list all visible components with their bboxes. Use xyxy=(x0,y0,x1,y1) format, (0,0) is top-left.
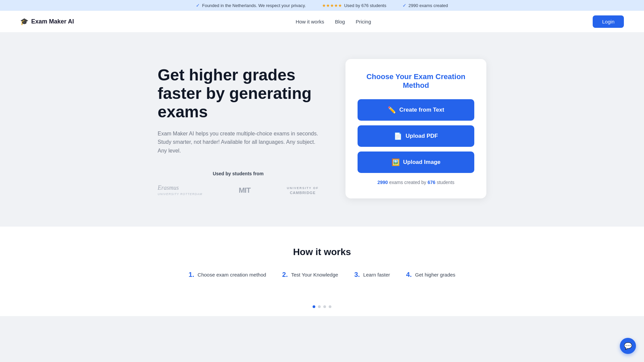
card-stats: 2990 exams created by 676 students xyxy=(358,180,474,185)
progress-dot-4 xyxy=(329,305,331,308)
pdf-icon: 📄 xyxy=(394,132,402,140)
step-2-num: 2. xyxy=(282,271,288,279)
upload-pdf-button[interactable]: 📄 Upload PDF xyxy=(358,125,474,147)
progress-dot-2 xyxy=(318,305,321,308)
upload-pdf-label: Upload PDF xyxy=(406,133,438,139)
university-logos: Erasmus UNIVERSITY ROTTERDAM MIT UNIVERS… xyxy=(158,184,319,196)
logo: 🎓 Exam Maker AI xyxy=(20,17,74,25)
check-icon-2: ✓ xyxy=(402,3,407,8)
step-3-num: 3. xyxy=(354,271,360,279)
section-title: How it works xyxy=(20,247,624,257)
logo-text: Exam Maker AI xyxy=(31,18,74,25)
nav-blog[interactable]: Blog xyxy=(335,19,345,24)
nav-how-it-works[interactable]: How it works xyxy=(296,19,324,24)
exams-count: 2990 xyxy=(377,180,388,185)
exams-created-text: 2990 exams created xyxy=(409,3,448,8)
logo-cap-icon: 🎓 xyxy=(20,17,29,25)
upload-image-button[interactable]: 🖼️ Upload Image xyxy=(358,152,474,173)
how-it-works-section: How it works 1. Choose exam creation met… xyxy=(0,227,644,305)
stats-prefix: exams created by xyxy=(389,180,427,185)
step-4: 4. Get higher grades xyxy=(406,271,455,279)
hero-title: Get higher grades faster by generating e… xyxy=(158,66,319,121)
used-by-label: Used by students from xyxy=(158,171,319,176)
used-by-text: Used by 676 students xyxy=(344,3,386,8)
founded-text: Founded in the Netherlands. We respect y… xyxy=(202,3,306,8)
progress-dot-3 xyxy=(323,305,326,308)
step-3: 3. Learn faster xyxy=(354,271,390,279)
stats-suffix: students xyxy=(437,180,454,185)
nav-links: How it works Blog Pricing xyxy=(296,19,371,24)
check-icon: ✓ xyxy=(196,3,200,8)
top-banner: ✓ Founded in the Netherlands. We respect… xyxy=(0,0,644,11)
step-3-label: Learn faster xyxy=(363,272,390,278)
hero-description: Exam Maker AI helps you create multiple-… xyxy=(158,129,319,155)
exam-creation-card: Choose Your Exam Creation Method ✏️ Crea… xyxy=(345,59,486,198)
navbar: 🎓 Exam Maker AI How it works Blog Pricin… xyxy=(0,11,644,32)
image-icon: 🖼️ xyxy=(391,158,400,166)
create-from-text-button[interactable]: ✏️ Create from Text xyxy=(358,99,474,121)
edit-icon: ✏️ xyxy=(388,106,396,114)
step-1-label: Choose exam creation method xyxy=(198,272,266,278)
hero-left: Get higher grades faster by generating e… xyxy=(158,59,319,196)
cambridge-logo: UNIVERSITY OF CAMBRIDGE xyxy=(287,185,319,195)
step-4-label: Get higher grades xyxy=(415,272,455,278)
step-1: 1. Choose exam creation method xyxy=(189,271,266,279)
upload-image-label: Upload Image xyxy=(403,159,440,166)
card-title: Choose Your Exam Creation Method xyxy=(358,72,474,90)
create-from-text-label: Create from Text xyxy=(399,107,444,113)
step-4-num: 4. xyxy=(406,271,412,279)
login-button[interactable]: Login xyxy=(593,15,624,28)
step-2: 2. Test Your Knowledge xyxy=(282,271,338,279)
progress-section xyxy=(0,305,644,316)
step-1-num: 1. xyxy=(189,271,194,279)
hero-section: Get higher grades faster by generating e… xyxy=(0,32,644,227)
founded-item: ✓ Founded in the Netherlands. We respect… xyxy=(196,3,306,8)
nav-pricing[interactable]: Pricing xyxy=(356,19,371,24)
erasmus-logo: Erasmus UNIVERSITY ROTTERDAM xyxy=(158,184,202,196)
mit-logo: MIT xyxy=(239,186,251,195)
progress-dot-1 xyxy=(313,305,315,308)
students-count: 676 xyxy=(428,180,435,185)
stars-icon: ★★★★★ xyxy=(322,3,342,8)
exams-item: ✓ 2990 exams created xyxy=(402,3,448,8)
steps-list: 1. Choose exam creation method 2. Test Y… xyxy=(20,271,624,279)
step-2-label: Test Your Knowledge xyxy=(291,272,338,278)
rating-item: ★★★★★ Used by 676 students xyxy=(322,3,386,8)
